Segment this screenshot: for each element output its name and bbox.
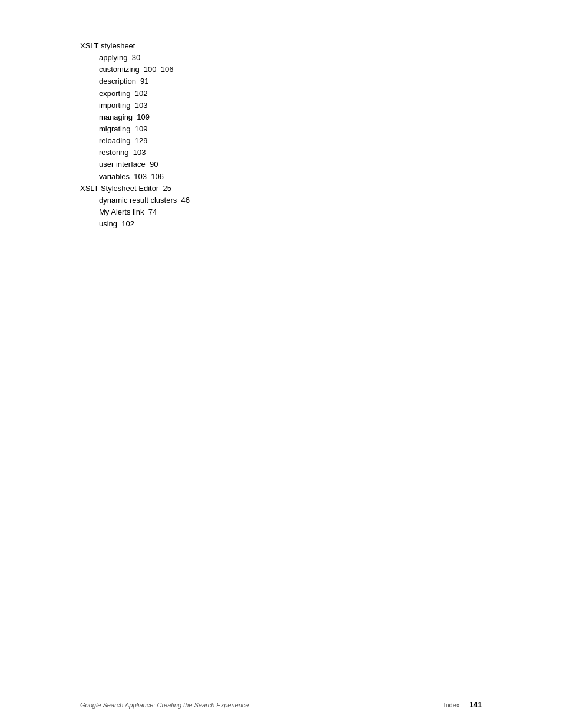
xslt-stylesheet-description: description 91 [80,75,190,87]
xslt-stylesheet-reloading: reloading 129 [80,135,190,147]
footer-right-section: Index 141 [444,700,482,709]
xslt-editor-my-alerts-link: My Alerts link 74 [80,206,190,218]
xslt-stylesheet-editor-main: XSLT Stylesheet Editor 25 [80,183,190,195]
xslt-editor-using: using 102 [80,218,190,230]
footer-page-number: 141 [469,700,482,709]
xslt-editor-dynamic-result-clusters: dynamic result clusters 46 [80,195,190,206]
footer-index-label: Index [444,701,459,709]
xslt-stylesheet-applying: applying 30 [80,52,190,64]
xslt-stylesheet-importing: importing 103 [80,100,190,111]
index-content: XSLT stylesheet applying 30 customizing … [80,40,190,230]
page-footer: Google Search Appliance: Creating the Se… [0,700,562,709]
xslt-stylesheet-migrating: migrating 109 [80,123,190,135]
xslt-stylesheet-user-interface: user interface 90 [80,159,190,170]
footer-document-title: Google Search Appliance: Creating the Se… [80,701,249,709]
xslt-stylesheet-restoring: restoring 103 [80,147,190,159]
xslt-stylesheet-entry: XSLT stylesheet applying 30 customizing … [80,40,190,183]
xslt-stylesheet-managing: managing 109 [80,111,190,123]
xslt-stylesheet-main: XSLT stylesheet [80,40,190,52]
xslt-stylesheet-exporting: exporting 102 [80,88,190,100]
xslt-stylesheet-editor-entry: XSLT Stylesheet Editor 25 dynamic result… [80,183,190,230]
xslt-stylesheet-variables: variables 103–106 [80,171,190,183]
xslt-stylesheet-customizing: customizing 100–106 [80,64,190,75]
